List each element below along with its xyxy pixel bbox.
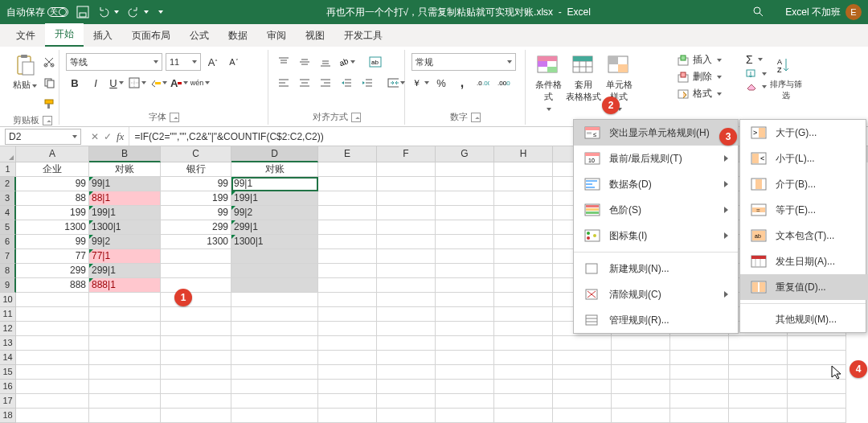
orientation-icon[interactable]: ab — [338, 53, 355, 71]
cell[interactable] — [89, 380, 161, 394]
cell[interactable] — [729, 380, 788, 394]
col-header-G[interactable]: G — [436, 146, 494, 162]
cell[interactable] — [377, 278, 436, 293]
cell[interactable] — [231, 351, 318, 365]
row-header[interactable]: 12 — [0, 322, 16, 336]
cell[interactable] — [231, 249, 318, 264]
align-launcher-icon[interactable] — [351, 113, 361, 122]
cell[interactable] — [161, 249, 231, 264]
row-header[interactable]: 8 — [0, 264, 16, 278]
increase-font-icon[interactable]: A˄ — [204, 53, 222, 71]
cell[interactable] — [89, 351, 161, 365]
cell[interactable] — [670, 394, 729, 409]
cell[interactable] — [436, 162, 494, 177]
cell[interactable] — [436, 409, 494, 423]
cell[interactable] — [161, 365, 231, 380]
cell[interactable] — [231, 365, 318, 380]
cell[interactable]: 企业 — [16, 162, 89, 177]
cell[interactable] — [494, 307, 553, 322]
cell[interactable] — [436, 380, 494, 394]
cell[interactable] — [318, 307, 377, 322]
decrease-decimal-icon[interactable]: .00.0 — [495, 74, 513, 92]
cell[interactable]: 银行 — [161, 162, 231, 177]
phonetic-icon[interactable]: wén — [191, 74, 209, 92]
cell[interactable] — [377, 206, 436, 220]
fx-icon[interactable]: fx — [117, 130, 124, 143]
cell[interactable] — [16, 380, 89, 394]
cell[interactable] — [436, 206, 494, 220]
cell[interactable]: 199 — [16, 206, 89, 220]
row-header[interactable]: 5 — [0, 220, 16, 235]
col-header-A[interactable]: A — [16, 146, 89, 162]
cell[interactable] — [494, 278, 553, 293]
cell[interactable] — [16, 365, 89, 380]
cell[interactable] — [231, 278, 318, 293]
ribbon-tab-开发工具[interactable]: 开发工具 — [334, 25, 392, 47]
cell[interactable] — [436, 365, 494, 380]
cell[interactable] — [16, 409, 89, 423]
cell[interactable] — [494, 394, 553, 409]
cell[interactable] — [377, 409, 436, 423]
cell[interactable] — [494, 365, 553, 380]
col-header-B[interactable]: B — [89, 146, 161, 162]
cell[interactable] — [318, 177, 377, 191]
font-family-combo[interactable]: 等线 — [66, 53, 162, 71]
row-header[interactable]: 11 — [0, 307, 16, 322]
cell[interactable] — [612, 351, 670, 365]
percent-icon[interactable]: % — [432, 74, 450, 92]
cell[interactable] — [377, 249, 436, 264]
cell[interactable] — [318, 336, 377, 351]
menu-item[interactable]: ≤突出显示单元格规则(H) — [574, 120, 738, 146]
cell[interactable] — [89, 322, 161, 336]
col-header-C[interactable]: C — [161, 146, 231, 162]
cell[interactable] — [436, 235, 494, 249]
cell[interactable] — [318, 206, 377, 220]
row-header[interactable]: 9 — [0, 278, 16, 293]
cell[interactable] — [377, 293, 436, 307]
cell[interactable] — [377, 162, 436, 177]
cell[interactable]: 99 — [16, 177, 89, 191]
cell[interactable] — [436, 278, 494, 293]
font-launcher-icon[interactable] — [170, 113, 179, 122]
cell[interactable] — [318, 365, 377, 380]
cell[interactable] — [670, 351, 729, 365]
cell[interactable] — [494, 293, 553, 307]
select-all-corner[interactable] — [0, 146, 16, 162]
cell[interactable] — [318, 278, 377, 293]
redo-icon[interactable] — [127, 6, 149, 18]
row-header[interactable]: 14 — [0, 351, 16, 365]
decrease-indent-icon[interactable] — [338, 74, 355, 92]
cell[interactable] — [494, 322, 553, 336]
row-header[interactable]: 17 — [0, 394, 16, 409]
cell[interactable] — [377, 235, 436, 249]
clipboard-launcher-icon[interactable] — [43, 116, 52, 125]
decrease-font-icon[interactable]: A˅ — [225, 53, 243, 71]
cell[interactable] — [729, 365, 788, 380]
cell[interactable]: 888 — [16, 278, 89, 293]
cell[interactable] — [161, 336, 231, 351]
cell[interactable] — [377, 336, 436, 351]
font-size-combo[interactable]: 11 — [166, 53, 201, 71]
cell[interactable]: 99 — [161, 177, 231, 191]
row-header[interactable]: 13 — [0, 336, 16, 351]
cell[interactable] — [318, 394, 377, 409]
format-painter-icon[interactable] — [40, 95, 58, 113]
ribbon-tab-审阅[interactable]: 审阅 — [257, 25, 296, 47]
cell[interactable] — [16, 336, 89, 351]
cell[interactable] — [436, 307, 494, 322]
cell[interactable] — [161, 409, 231, 423]
cell[interactable] — [788, 409, 846, 423]
menu-item[interactable]: 管理规则(R)... — [574, 307, 738, 333]
cell[interactable]: 99|1 — [89, 177, 161, 191]
cell[interactable] — [318, 409, 377, 423]
align-left-icon[interactable] — [275, 74, 293, 92]
cell[interactable]: 99|1 — [231, 177, 318, 191]
cell[interactable] — [16, 307, 89, 322]
cell[interactable] — [16, 293, 89, 307]
cell[interactable] — [377, 394, 436, 409]
cell[interactable] — [729, 409, 788, 423]
ribbon-tab-视图[interactable]: 视图 — [296, 25, 334, 47]
cell[interactable] — [318, 264, 377, 278]
menu-item[interactable]: 清除规则(C) — [574, 281, 738, 307]
cell[interactable] — [436, 336, 494, 351]
